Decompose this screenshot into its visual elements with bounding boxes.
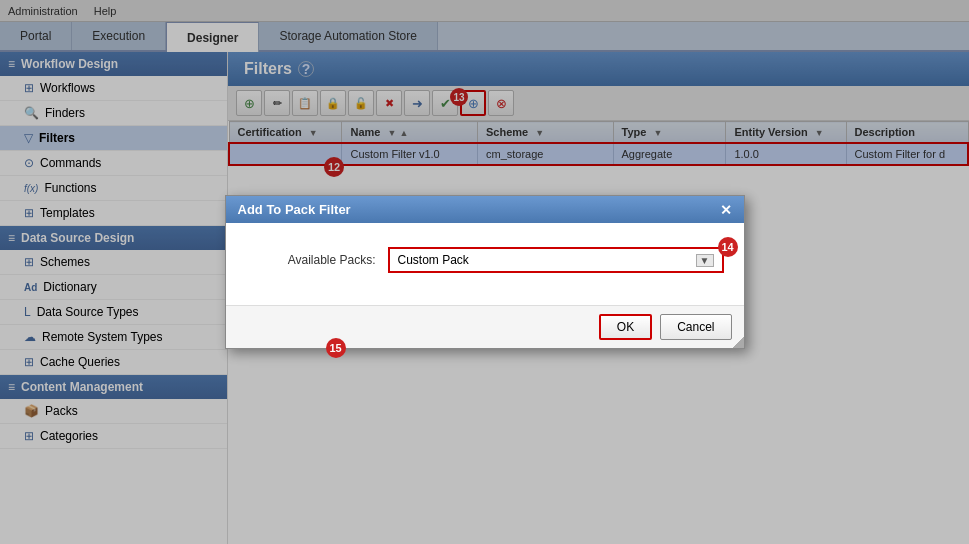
modal-body: Available Packs: Custom Pack ▼ 14 — [226, 223, 744, 305]
resize-handle — [732, 336, 744, 348]
modal-header: Add To Pack Filter ✕ — [226, 196, 744, 223]
ok-button[interactable]: OK — [599, 314, 652, 340]
modal-footer: OK Cancel 15 — [226, 305, 744, 348]
badge-15: 15 — [326, 338, 346, 358]
available-packs-value: Custom Pack — [398, 253, 469, 267]
available-packs-label: Available Packs: — [246, 253, 376, 267]
dropdown-arrow-icon: ▼ — [696, 254, 714, 267]
modal-overlay: Add To Pack Filter ✕ Available Packs: Cu… — [0, 0, 969, 544]
close-icon[interactable]: ✕ — [720, 203, 732, 217]
modal-title: Add To Pack Filter — [238, 202, 351, 217]
cancel-button[interactable]: Cancel — [660, 314, 731, 340]
form-row-available-packs: Available Packs: Custom Pack ▼ 14 — [246, 247, 724, 273]
available-packs-dropdown[interactable]: Custom Pack ▼ — [388, 247, 724, 273]
modal-dialog: Add To Pack Filter ✕ Available Packs: Cu… — [225, 195, 745, 349]
badge-14: 14 — [718, 237, 738, 257]
